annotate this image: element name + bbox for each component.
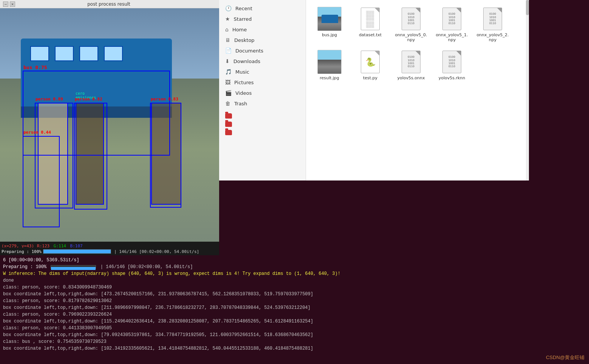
det-label-person3: person 0.83 bbox=[151, 97, 178, 102]
home-icon: ⌂ bbox=[225, 26, 229, 32]
terminal-line-class5: class: bus , score: 0.7545359730720523 bbox=[3, 338, 586, 345]
sidebar-label-recent: Recent bbox=[235, 6, 252, 11]
sidebar-item-documents[interactable]: 📄 Documents bbox=[219, 45, 306, 56]
bus-window-1 bbox=[30, 46, 49, 61]
sidebar-item-music[interactable]: 🎵 Music bbox=[219, 66, 306, 77]
close-button[interactable]: × bbox=[10, 2, 15, 7]
file-item-bus-jpg[interactable]: bus.jpg bbox=[311, 5, 348, 45]
image-panel: ceroemisiones bus 0.75 person 0.89 perso… bbox=[0, 8, 219, 242]
file-icon-yolov5s-rknn: 0100101010010110 bbox=[440, 50, 464, 74]
scrollbar-thumb[interactable] bbox=[526, 0, 529, 15]
file-item-onnx2[interactable]: 0100101010010110 onnx_yolov5_2.npy bbox=[474, 5, 512, 45]
videos-icon: 🎬 bbox=[225, 90, 232, 96]
file-icon-onnx0: 0100101010010110 bbox=[399, 7, 423, 31]
terminal-line-class1: class: person, score: 0.8343009948730469 bbox=[3, 284, 586, 291]
file-name-bus-jpg: bus.jpg bbox=[322, 32, 337, 37]
file-icon-result-jpg bbox=[317, 50, 342, 74]
sidebar-label-home: Home bbox=[232, 27, 247, 32]
red-folder-icon-1 bbox=[225, 113, 232, 119]
file-area: bus.jpg ░░░░░░░░░░░░░░░░░░░░ dataset.txt… bbox=[306, 0, 529, 180]
file-name-yolov5s-rknn: yolov5s.rknn bbox=[439, 76, 465, 80]
file-name-yolov5s-onnx: yolov5s.onnx bbox=[397, 76, 425, 80]
file-icon-test-py: 🐍 bbox=[358, 50, 382, 74]
bus-window-3 bbox=[79, 46, 98, 61]
inline-progress-fill bbox=[51, 267, 96, 270]
bookmarks-section bbox=[219, 112, 306, 137]
bookmark-item-3[interactable] bbox=[219, 128, 306, 137]
sidebar-item-pictures[interactable]: 🖼 Pictures bbox=[219, 77, 306, 88]
sidebar-item-videos[interactable]: 🎬 Videos bbox=[219, 88, 306, 98]
npy-file-icon-0: 0100101010010110 bbox=[402, 8, 420, 30]
sidebar-item-recent[interactable]: 🕐 Recent bbox=[219, 3, 306, 14]
bus-thumbnail bbox=[317, 7, 342, 31]
file-icon-onnx1: 0100101010010110 bbox=[440, 7, 464, 31]
det-box-person2: person 0.82 bbox=[74, 103, 107, 210]
watermark: CSDN@黄金旺铺 bbox=[546, 354, 584, 361]
file-name-onnx0: onnx_yolov5_0.npy bbox=[394, 32, 428, 42]
sidebar-label-pictures: Pictures bbox=[234, 80, 254, 85]
progress-fill bbox=[43, 250, 111, 253]
file-item-yolov5s-rknn[interactable]: 0100101010010110 yolov5s.rknn bbox=[433, 48, 471, 83]
file-name-onnx2: onnx_yolov5_2.npy bbox=[476, 32, 509, 42]
file-item-onnx1[interactable]: 0100101010010110 onnx_yolov5_1.npy bbox=[433, 5, 471, 45]
file-manager-scrollbar[interactable] bbox=[526, 0, 529, 180]
terminal-line-box5: box coordinate left,top,right,down: [102… bbox=[3, 345, 586, 352]
bookmark-item-1[interactable] bbox=[219, 112, 306, 120]
sidebar-label-trash: Trash bbox=[234, 101, 247, 106]
window-controls[interactable]: − × bbox=[3, 2, 15, 7]
bus-thumb-inner bbox=[318, 7, 341, 31]
det-label-person2: person 0.82 bbox=[75, 97, 102, 102]
file-item-result-jpg[interactable]: result.jpg bbox=[311, 48, 348, 83]
desktop-icon: 🖥 bbox=[225, 37, 230, 43]
red-folder-icon-2 bbox=[225, 122, 232, 127]
sidebar-label-videos: Videos bbox=[235, 90, 252, 96]
trash-icon: 🗑 bbox=[225, 100, 230, 106]
terminal-panel: 6 [00:00<00:00, 5369.53it/s] Preparing :… bbox=[0, 255, 589, 364]
det-label-bus: bus 0.75 bbox=[23, 65, 47, 70]
pictures-icon: 🖼 bbox=[225, 79, 230, 85]
file-name-dataset-txt: dataset.txt bbox=[359, 32, 382, 37]
term-preparing: Preparing : 100% bbox=[3, 264, 46, 270]
npy-file-icon-2: 0100101010010110 bbox=[483, 8, 502, 30]
red-folder-icon-3 bbox=[225, 130, 232, 135]
file-name-test-py: test.py bbox=[363, 76, 377, 80]
det-label-person4: person 0.44 bbox=[23, 130, 51, 135]
terminal-line-box1: box coordinate left,top,right,down: [473… bbox=[3, 291, 586, 298]
file-item-onnx0[interactable]: 0100101010010110 onnx_yolov5_0.npy bbox=[392, 5, 430, 45]
progress-row: Preparing : 100% | 146/146 [00:02<00:00,… bbox=[0, 248, 219, 255]
sidebar-item-trash[interactable]: 🗑 Trash bbox=[219, 98, 306, 109]
music-icon: 🎵 bbox=[225, 69, 232, 75]
file-name-onnx1: onnx_yolov5_1.npy bbox=[435, 32, 468, 42]
file-item-test-py[interactable]: 🐍 test.py bbox=[351, 48, 389, 83]
terminal-line-done: done bbox=[3, 277, 586, 284]
terminal-line-class2: class: person, score: 0.8179782629013062 bbox=[3, 298, 586, 304]
term-text-0: 6 [00:00<00:00, 5369.53it/s] bbox=[3, 258, 79, 263]
window-title: post process result bbox=[15, 2, 203, 7]
terminal-line-box3: box coordinate left,top,right,down: [115… bbox=[3, 318, 586, 325]
det-box-person4: person 0.44 bbox=[23, 136, 60, 227]
det-label-person1: person 0.89 bbox=[36, 97, 63, 102]
file-icon-onnx2: 0100101010010110 bbox=[481, 7, 505, 31]
file-icon-dataset-txt: ░░░░░░░░░░░░░░░░░░░░ bbox=[358, 7, 382, 31]
bookmark-item-2[interactable] bbox=[219, 120, 306, 128]
sidebar-item-desktop[interactable]: 🖥 Desktop bbox=[219, 35, 306, 45]
txt-icon-lines: ░░░░░░░░░░░░░░░░░░░░ bbox=[365, 8, 376, 29]
sidebar-item-home[interactable]: ⌂ Home bbox=[219, 24, 306, 35]
bus-window-4 bbox=[104, 46, 123, 61]
sidebar-label-starred: Starred bbox=[234, 16, 252, 22]
sidebar-label-documents: Documents bbox=[235, 48, 263, 54]
downloads-icon: ⬇ bbox=[225, 58, 230, 64]
progress-right-text: | 146/146 [00:02<00:00, 54.00it/s] bbox=[114, 249, 199, 254]
bus-window-2 bbox=[55, 46, 74, 61]
file-item-yolov5s-onnx[interactable]: 0100101010010110 yolov5s.onnx bbox=[392, 48, 430, 83]
terminal-line-box2: box coordinate left,top,right,down: [211… bbox=[3, 304, 586, 311]
documents-icon: 📄 bbox=[225, 48, 232, 54]
sidebar-item-downloads[interactable]: ⬇ Downloads bbox=[219, 56, 306, 66]
py-file-icon: 🐍 bbox=[361, 51, 380, 73]
result-thumbnail bbox=[317, 50, 342, 74]
file-item-dataset-txt[interactable]: ░░░░░░░░░░░░░░░░░░░░ dataset.txt bbox=[351, 5, 389, 45]
sidebar-item-starred[interactable]: ★ Starred bbox=[219, 14, 306, 24]
minimize-button[interactable]: − bbox=[3, 2, 8, 7]
terminal-line-class4: class: person, score: 0.4413383007049505 bbox=[3, 325, 586, 332]
starred-icon: ★ bbox=[225, 16, 230, 22]
